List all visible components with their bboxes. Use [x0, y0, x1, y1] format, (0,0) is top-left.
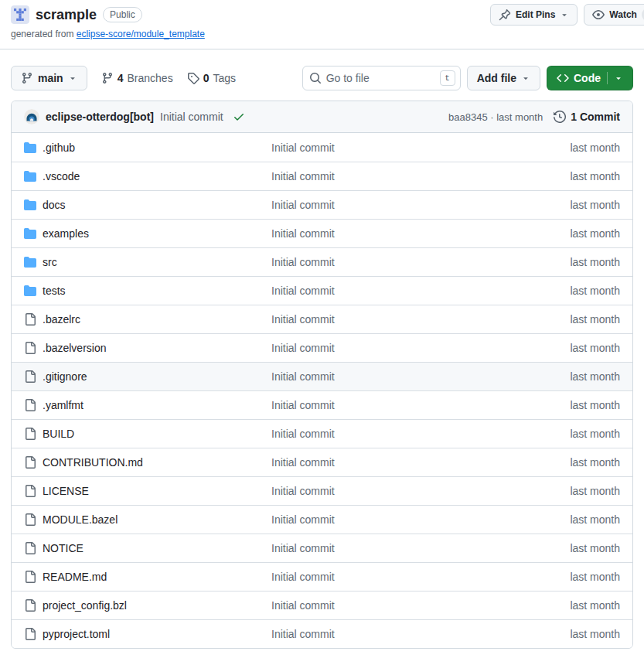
table-row[interactable]: NOTICE Initial commit last month	[12, 534, 632, 562]
row-commit-date: last month	[570, 456, 620, 469]
tags-count: 0	[203, 72, 210, 84]
table-row[interactable]: .vscode Initial commit last month	[12, 162, 632, 190]
edit-pins-button[interactable]: Edit Pins	[490, 4, 578, 26]
repo-header: scrample Public generated from eclipse-s…	[0, 0, 644, 49]
table-row[interactable]: README.md Initial commit last month	[12, 562, 632, 591]
history-icon	[554, 111, 566, 123]
table-row[interactable]: .bazelrc Initial commit last month	[12, 305, 632, 333]
repo-toolbar: main 4 Branches 0 Tags t Add fi	[11, 66, 633, 90]
tags-label: Tags	[213, 72, 236, 84]
branches-count: 4	[118, 72, 124, 84]
file-name-link[interactable]: MODULE.bazel	[43, 513, 118, 526]
commit-author-link[interactable]: eclipse-otterdog[bot]	[46, 111, 154, 123]
file-name-link[interactable]: docs	[43, 199, 66, 211]
table-row[interactable]: project_config.bzl Initial commit last m…	[12, 591, 632, 619]
git-branch-icon	[21, 72, 33, 84]
row-commit-message-link[interactable]: Initial commit	[271, 199, 335, 211]
row-commit-date: last month	[570, 170, 620, 182]
commit-date: last month	[496, 111, 543, 123]
check-icon[interactable]	[233, 111, 245, 123]
row-commit-date: last month	[570, 285, 620, 297]
file-name-link[interactable]: BUILD	[43, 428, 74, 440]
file-name-link[interactable]: project_config.bzl	[43, 599, 127, 612]
table-row[interactable]: BUILD Initial commit last month	[12, 419, 632, 448]
row-commit-message-link[interactable]: Initial commit	[271, 370, 335, 383]
row-commit-message-link[interactable]: Initial commit	[271, 227, 335, 240]
file-name-link[interactable]: .github	[43, 141, 75, 154]
commit-message-link[interactable]: Initial commit	[160, 111, 223, 123]
search-input[interactable]	[326, 72, 435, 84]
table-row[interactable]: .yamlfmt Initial commit last month	[12, 390, 632, 419]
row-commit-message-link[interactable]: Initial commit	[271, 399, 335, 411]
branches-link[interactable]: 4 Branches	[101, 72, 173, 84]
template-repo-link[interactable]: eclipse-score/module_template	[77, 29, 205, 39]
watch-button[interactable]: Watch 1	[584, 4, 644, 26]
row-commit-message-link[interactable]: Initial commit	[271, 141, 335, 154]
add-file-button[interactable]: Add file	[467, 66, 540, 90]
row-commit-date: last month	[570, 227, 620, 240]
commit-sha-date-link[interactable]: baa8345 · last month	[448, 111, 543, 123]
row-commit-message-link[interactable]: Initial commit	[271, 342, 335, 354]
row-commit-message-link[interactable]: Initial commit	[271, 285, 335, 297]
table-row[interactable]: docs Initial commit last month	[12, 190, 632, 219]
file-icon	[24, 370, 36, 383]
chevron-down-icon	[560, 10, 569, 19]
tags-link[interactable]: 0 Tags	[187, 72, 236, 84]
commit-author-avatar[interactable]	[24, 109, 39, 124]
row-commit-message-link[interactable]: Initial commit	[271, 599, 335, 612]
file-table: eclipse-otterdog[bot] Initial commit baa…	[11, 101, 633, 649]
file-name-link[interactable]: LICENSE	[43, 485, 89, 497]
folder-icon	[24, 199, 36, 211]
code-button[interactable]: Code	[547, 66, 633, 90]
file-name-link[interactable]: tests	[43, 285, 66, 297]
table-row[interactable]: LICENSE Initial commit last month	[12, 476, 632, 505]
file-name-link[interactable]: CONTRIBUTION.md	[43, 456, 143, 469]
search-shortcut-kbd: t	[440, 70, 455, 86]
row-commit-message-link[interactable]: Initial commit	[271, 256, 335, 268]
file-icon	[24, 542, 36, 554]
watch-label: Watch	[609, 9, 637, 20]
file-name-link[interactable]: .bazelversion	[43, 342, 107, 354]
file-name-link[interactable]: .gitignore	[43, 370, 87, 383]
file-name-link[interactable]: README.md	[43, 571, 107, 583]
repo-name-link[interactable]: scrample	[36, 7, 97, 23]
go-to-file-search[interactable]: t	[302, 66, 461, 90]
table-row[interactable]: .gitignore Initial commit last month	[12, 362, 632, 390]
table-row[interactable]: src Initial commit last month	[12, 247, 632, 276]
branch-selector-button[interactable]: main	[11, 66, 87, 90]
row-commit-message-link[interactable]: Initial commit	[271, 542, 335, 554]
row-commit-message-link[interactable]: Initial commit	[271, 513, 335, 526]
folder-icon	[24, 227, 36, 240]
branches-label: Branches	[127, 72, 172, 84]
row-commit-message-link[interactable]: Initial commit	[271, 170, 335, 182]
table-row[interactable]: MODULE.bazel Initial commit last month	[12, 505, 632, 534]
table-row[interactable]: .bazelversion Initial commit last month	[12, 333, 632, 362]
row-commit-date: last month	[570, 199, 620, 211]
folder-icon	[24, 285, 36, 297]
table-row[interactable]: CONTRIBUTION.md Initial commit last mont…	[12, 448, 632, 476]
file-name-link[interactable]: .vscode	[43, 170, 80, 182]
row-commit-message-link[interactable]: Initial commit	[271, 456, 335, 469]
table-row[interactable]: examples Initial commit last month	[12, 219, 632, 247]
file-name-link[interactable]: examples	[43, 227, 89, 240]
folder-icon	[24, 170, 36, 182]
row-commit-message-link[interactable]: Initial commit	[271, 628, 335, 640]
pin-icon	[499, 9, 511, 21]
commit-history-link[interactable]: 1 Commit	[554, 111, 620, 123]
file-name-link[interactable]: pyproject.toml	[43, 628, 110, 640]
file-icon	[24, 571, 36, 583]
row-commit-message-link[interactable]: Initial commit	[271, 313, 335, 326]
chevron-down-icon	[68, 73, 77, 83]
file-name-link[interactable]: .yamlfmt	[43, 399, 83, 411]
row-commit-message-link[interactable]: Initial commit	[271, 428, 335, 440]
file-name-link[interactable]: NOTICE	[43, 542, 83, 554]
table-row[interactable]: .github Initial commit last month	[12, 133, 632, 162]
table-row[interactable]: pyproject.toml Initial commit last month	[12, 619, 632, 648]
table-row[interactable]: tests Initial commit last month	[12, 276, 632, 305]
file-name-link[interactable]: .bazelrc	[43, 313, 80, 326]
row-commit-message-link[interactable]: Initial commit	[271, 485, 335, 497]
file-icon	[24, 342, 36, 354]
current-branch-label: main	[38, 72, 63, 84]
file-name-link[interactable]: src	[43, 256, 57, 268]
row-commit-message-link[interactable]: Initial commit	[271, 571, 335, 583]
